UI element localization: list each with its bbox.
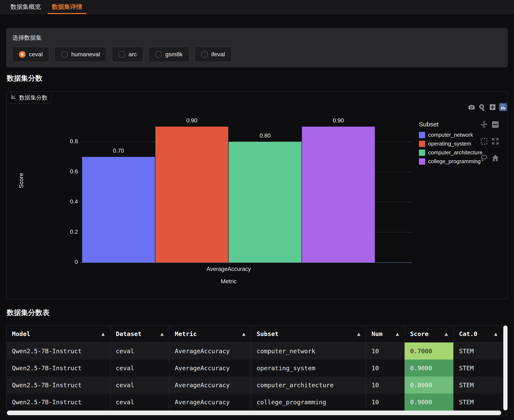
column-header-score[interactable]: Score▲ [405,325,454,343]
bar-value-label: 0.80 [229,133,302,139]
bar-computer_architecture[interactable] [229,142,302,262]
table-cell[interactable]: AverageAccuracy [169,394,251,411]
column-header-label: Num [372,330,382,338]
table-cell[interactable]: STEM [454,394,503,411]
bar-value-label: 0.70 [82,148,155,154]
legend-entry-college_programming[interactable]: college_programming [419,158,483,165]
column-header-dataset[interactable]: Dataset▲ [111,325,170,343]
top-tab-bar: 数据集概览 数据集详情 [0,0,514,14]
table-cell[interactable]: Qwen2.5-7B-Instruct [7,376,111,394]
column-header-model[interactable]: Model▲ [7,325,111,343]
sort-arrow-icon[interactable]: ▲ [160,331,164,337]
legend-entry-operating_system[interactable]: operating_system [419,141,483,147]
radio-circle-icon[interactable] [201,51,208,58]
legend-swatch-icon [419,150,425,156]
bar-college_programming[interactable] [302,127,375,262]
radio-circle-icon[interactable] [19,51,26,58]
column-header-label: Score [410,330,428,338]
legend-entry-label: computer_network [428,132,473,138]
plot-modebar [468,103,507,111]
sort-arrow-icon[interactable]: ▲ [396,331,399,337]
table-cell[interactable]: 10 [366,343,405,360]
radio-circle-icon[interactable] [119,51,125,58]
score-cell[interactable]: 0.8000 [405,376,454,394]
column-header-cat-0[interactable]: Cat.0▲ [454,325,503,343]
radio-option-humaneval[interactable]: humaneval [55,47,106,62]
table-cell[interactable]: STEM [454,376,503,394]
radio-circle-icon[interactable] [155,51,162,58]
table-row: Qwen2.5-7B-InstructcevalAverageAccuracyc… [7,376,503,394]
sort-arrow-icon[interactable]: ▲ [357,331,360,337]
legend-entry-label: computer_architecture [428,149,483,156]
sort-arrow-icon[interactable]: ▲ [494,331,497,337]
y-tick-label: 0.8 [38,138,78,145]
radio-option-ceval[interactable]: ceval [12,47,49,62]
radio-option-label: ceval [29,51,43,58]
sort-arrow-icon[interactable]: ▲ [101,331,104,337]
bar-operating_system[interactable] [155,127,228,262]
radio-option-ifeval[interactable]: ifeval [195,47,231,62]
bar-value-label: 0.90 [302,117,375,124]
column-header-label: Dataset [116,330,142,338]
dataset-radio-group: cevalhumanevalarcgsm8kifeval [12,47,502,62]
legend-entry-computer_architecture[interactable]: computer_architecture [419,149,483,156]
table-cell[interactable]: ceval [111,343,170,360]
expand-icon[interactable] [491,137,499,146]
table-cell[interactable]: ceval [111,394,170,411]
score-cell[interactable]: 0.9000 [405,360,454,376]
table-cell[interactable]: AverageAccuracy [169,360,251,376]
table-cell[interactable]: STEM [454,343,503,360]
scores-section-heading: 数据集分数 [7,74,42,83]
table-cell[interactable]: operating_system [251,360,366,376]
table-cell[interactable]: STEM [454,360,503,376]
score-cell[interactable]: 0.7000 [405,343,454,360]
bar-computer_network[interactable] [82,157,155,262]
table-cell[interactable]: AverageAccuracy [169,343,251,360]
column-header-label: Model [12,330,30,338]
tab-dataset-details[interactable]: 数据集详情 [46,0,88,14]
table-header-row: Model▲Dataset▲Metric▲Subset▲Num▲Score▲Ca… [7,325,503,343]
y-axis-title: Score [18,168,25,193]
zoom-square-icon[interactable] [478,103,486,111]
dataset-selector-label: 选择数据集 [12,34,502,42]
home-icon[interactable] [491,154,499,162]
plus-square-icon[interactable] [489,103,497,111]
table-cell[interactable]: Qwen2.5-7B-Instruct [7,343,111,360]
table-horizontal-scrollbar[interactable] [7,411,501,415]
column-header-metric[interactable]: Metric▲ [169,325,251,343]
table-cell[interactable]: Qwen2.5-7B-Instruct [7,360,111,376]
x-axis-title: Metric [176,278,281,285]
table-row: Qwen2.5-7B-InstructcevalAverageAccuracyo… [7,360,503,376]
radio-option-label: arc [128,51,137,58]
radio-option-gsm8k[interactable]: gsm8k [149,47,189,62]
legend-entry-label: operating_system [428,141,471,147]
table-vertical-scrollbar[interactable] [503,325,507,410]
chart-columns-icon[interactable] [499,103,507,111]
legend-swatch-icon [419,158,425,165]
chart-inner-tab[interactable]: 数据集分数 [6,91,52,104]
table-cell[interactable]: ceval [111,376,170,394]
table-cell[interactable]: college_programming [251,394,366,411]
table-cell[interactable]: computer_network [251,343,366,360]
legend-entry-computer_network[interactable]: computer_network [419,132,483,138]
table-cell[interactable]: Qwen2.5-7B-Instruct [7,394,111,411]
table-cell[interactable]: computer_architecture [251,376,366,394]
table-cell[interactable]: ceval [111,360,170,376]
radio-option-arc[interactable]: arc [112,47,143,62]
y-tick-label: 0.6 [38,168,78,175]
table-cell[interactable]: 10 [366,376,405,394]
score-cell[interactable]: 0.9000 [405,394,454,411]
table-row: Qwen2.5-7B-InstructcevalAverageAccuracyc… [7,394,503,411]
minus-square-icon[interactable] [491,120,499,129]
table-cell[interactable]: 10 [366,360,405,376]
sort-arrow-icon[interactable]: ▲ [445,331,448,337]
sort-arrow-icon[interactable]: ▲ [242,331,246,337]
column-header-label: Subset [257,330,279,338]
radio-circle-icon[interactable] [61,51,68,58]
column-header-num[interactable]: Num▲ [366,325,405,343]
table-cell[interactable]: AverageAccuracy [169,376,251,394]
tab-dataset-overview[interactable]: 数据集概览 [5,0,46,14]
column-header-subset[interactable]: Subset▲ [251,325,366,343]
camera-icon[interactable] [468,103,476,111]
table-cell[interactable]: 10 [366,394,405,411]
